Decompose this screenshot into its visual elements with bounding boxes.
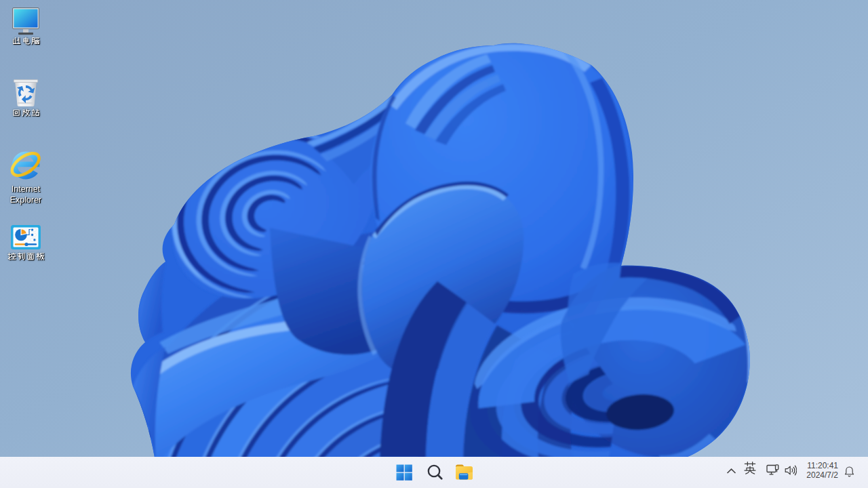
svg-text:Internet: Internet <box>12 184 41 194</box>
svg-text:Explorer: Explorer <box>10 195 42 205</box>
